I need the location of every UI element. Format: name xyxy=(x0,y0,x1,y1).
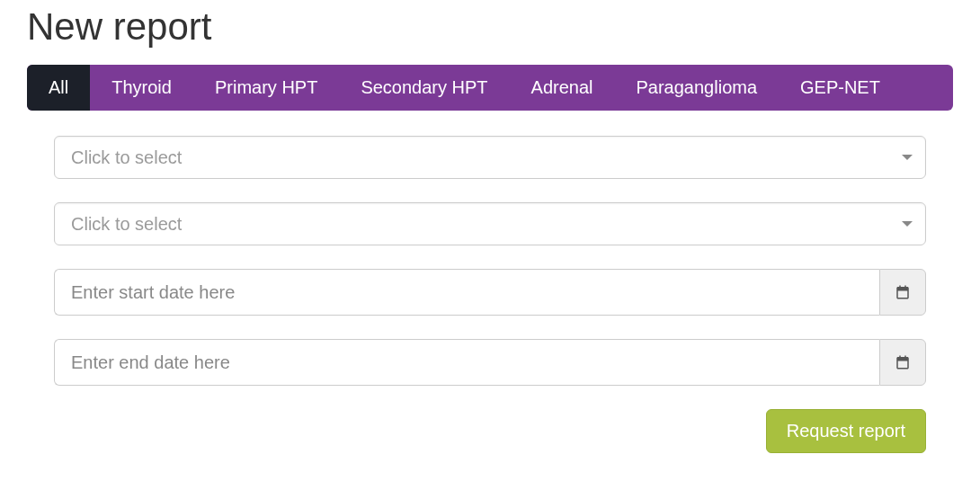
calendar-icon xyxy=(895,284,911,300)
tab-secondary-hpt[interactable]: Secondary HPT xyxy=(339,65,509,111)
start-date-input[interactable] xyxy=(54,269,879,316)
caret-down-icon xyxy=(902,221,913,227)
end-date-row xyxy=(54,339,926,386)
tab-all[interactable]: All xyxy=(27,65,90,111)
calendar-icon xyxy=(895,354,911,370)
report-form: Click to select Click to select Request … xyxy=(27,136,953,453)
end-date-picker-button[interactable] xyxy=(879,339,926,386)
select-placeholder: Click to select xyxy=(71,214,182,235)
tab-primary-hpt[interactable]: Primary HPT xyxy=(193,65,339,111)
start-date-picker-button[interactable] xyxy=(879,269,926,316)
caret-down-icon xyxy=(902,155,913,160)
end-date-input[interactable] xyxy=(54,339,879,386)
tab-gep-net[interactable]: GEP-NET xyxy=(779,65,902,111)
select-placeholder: Click to select xyxy=(71,147,182,168)
form-actions: Request report xyxy=(54,409,926,453)
request-report-button[interactable]: Request report xyxy=(766,409,926,453)
tab-thyroid[interactable]: Thyroid xyxy=(90,65,193,111)
start-date-row xyxy=(54,269,926,316)
category-tabs: All Thyroid Primary HPT Secondary HPT Ad… xyxy=(27,65,953,111)
tab-paraganglioma[interactable]: Paraganglioma xyxy=(615,65,780,111)
page-title: New report xyxy=(27,5,953,49)
select-field-2[interactable]: Click to select xyxy=(54,202,926,245)
select-field-1[interactable]: Click to select xyxy=(54,136,926,179)
tab-adrenal[interactable]: Adrenal xyxy=(510,65,615,111)
